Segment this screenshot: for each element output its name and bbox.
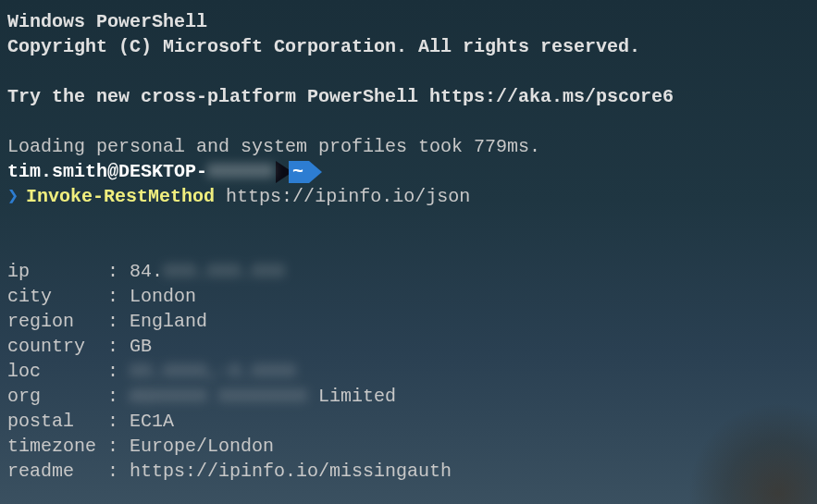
output-block: ip : 84.XXX.XXX.XXXcity : Londonregion :…	[7, 259, 810, 484]
prompt-user-host: tim.smith@DESKTOP-	[7, 159, 207, 184]
output-separator: :	[96, 336, 130, 357]
output-value: 84.	[130, 261, 163, 282]
output-separator: :	[96, 461, 130, 482]
prompt-line: tim.smith@DESKTOP-XXXXXX ~	[7, 159, 810, 184]
output-row: country : GB	[7, 334, 810, 359]
blank-line	[7, 109, 810, 134]
command-name: Invoke-RestMethod	[26, 184, 215, 209]
output-row: region : England	[7, 309, 810, 334]
output-key: timezone	[7, 436, 96, 457]
output-value-redacted: XX.XXXX,-X.XXXX	[130, 361, 296, 382]
output-row: city : London	[7, 284, 810, 309]
copyright-line: Copyright (C) Microsoft Corporation. All…	[7, 34, 810, 59]
output-key: region	[7, 311, 96, 332]
output-separator: :	[96, 311, 130, 332]
pscore-hint: Try the new cross-platform PowerShell ht…	[7, 84, 810, 109]
prompt-host-redacted: XXXXXX	[207, 159, 274, 184]
output-separator: :	[96, 411, 130, 432]
output-value: EC1A	[130, 411, 174, 432]
output-key: readme	[7, 461, 96, 482]
output-row: loc : XX.XXXX,-X.XXXX	[7, 359, 810, 384]
output-key: city	[7, 286, 96, 307]
arrow-tip-icon	[309, 161, 322, 183]
output-separator: :	[96, 286, 130, 307]
output-value: https://ipinfo.io/missingauth	[130, 461, 452, 482]
output-separator: :	[96, 261, 130, 282]
output-row: postal : EC1A	[7, 409, 810, 434]
terminal-output[interactable]: Windows PowerShell Copyright (C) Microso…	[7, 9, 810, 484]
output-row: ip : 84.XXX.XXX.XXX	[7, 259, 810, 284]
command-argument: https://ipinfo.io/json	[226, 184, 470, 209]
output-key: ip	[7, 261, 96, 282]
output-key: org	[7, 386, 96, 407]
output-separator: :	[96, 386, 130, 407]
output-value: London	[130, 286, 196, 307]
output-separator: :	[96, 361, 130, 382]
profile-load-line: Loading personal and system profiles too…	[7, 134, 810, 159]
output-value: England	[130, 311, 207, 332]
blank-line	[7, 59, 810, 84]
output-row: readme : https://ipinfo.io/missingauth	[7, 459, 810, 484]
app-title: Windows PowerShell	[7, 9, 810, 34]
prompt-chevron-icon: ❯	[7, 184, 19, 209]
output-row: org : ASXXXXX XXXXXXXX Limited	[7, 384, 810, 409]
output-key: country	[7, 336, 96, 357]
output-value: Europe/London	[130, 436, 274, 457]
output-separator: :	[96, 436, 130, 457]
output-key: postal	[7, 411, 96, 432]
command-input-line[interactable]: ❯ Invoke-RestMethod https://ipinfo.io/js…	[7, 184, 810, 209]
output-key: loc	[7, 361, 96, 382]
output-row: timezone : Europe/London	[7, 434, 810, 459]
prompt-cwd: ~	[289, 161, 309, 183]
output-value-redacted: XXX.XXX.XXX	[163, 261, 285, 282]
output-value-redacted: ASXXXXX XXXXXXXX	[130, 386, 307, 407]
output-value: GB	[130, 336, 152, 357]
output-value-suffix: Limited	[307, 386, 396, 407]
prompt-segment-arrow: ~	[276, 161, 322, 183]
